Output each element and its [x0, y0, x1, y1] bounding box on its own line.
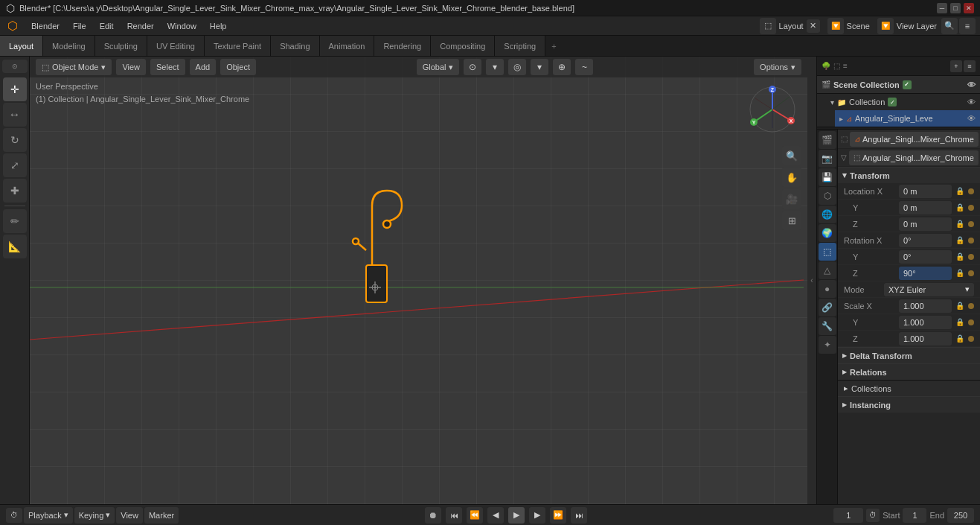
object-mode-button[interactable]: ⬚ Object Mode ▾ — [36, 59, 112, 75]
marker-menu-button[interactable]: Marker — [144, 507, 179, 524]
tool-transform[interactable]: ✚ — [3, 179, 27, 203]
scene-selector[interactable]: 🔽 — [827, 18, 844, 34]
object-name-field[interactable]: ⊿ Angular_Singl...Mixer_Chrome — [850, 132, 979, 147]
prop-tab-object[interactable]: ⬚ — [819, 243, 836, 261]
prop-tab-mesh[interactable]: △ — [819, 261, 836, 279]
tool-cursor[interactable]: ✛ — [3, 77, 27, 101]
camera-view-button[interactable]: 🎥 — [782, 189, 801, 209]
scale-z-lock[interactable]: 🔒 — [955, 334, 965, 344]
scene-eye-icon[interactable]: 👁 — [967, 80, 976, 89]
location-z-keyframe[interactable] — [968, 221, 974, 227]
add-menu-button[interactable]: Add — [190, 59, 217, 75]
new-collection-button[interactable]: + — [950, 60, 962, 72]
tool-annotate[interactable]: ✏ — [3, 209, 27, 233]
scale-z-field[interactable]: 1.000 — [899, 332, 952, 346]
rotation-x-lock[interactable]: 🔒 — [955, 235, 965, 246]
toolbar-mode-btn[interactable]: ⊙ — [2, 60, 28, 73]
object-row-active[interactable]: ▸ ⊿ Angular_Single_Leve 👁 — [835, 110, 980, 127]
collection-visibility-check[interactable]: ✓ — [888, 98, 897, 106]
scale-y-lock[interactable]: 🔒 — [955, 317, 965, 328]
prev-frame-button[interactable]: ⏪ — [467, 507, 483, 524]
rotation-y-field[interactable]: 0° — [899, 250, 952, 264]
prop-tab-modifiers[interactable]: 🔧 — [819, 317, 836, 335]
search-icon-top[interactable]: 🔍 — [941, 18, 958, 34]
rotation-y-keyframe[interactable] — [968, 254, 974, 260]
playback-menu-button[interactable]: Playback ▾ — [24, 507, 73, 524]
location-y-keyframe[interactable] — [968, 205, 974, 211]
prop-tab-scene[interactable]: 🎬 — [819, 131, 836, 149]
location-y-field[interactable]: 0 m — [899, 201, 952, 214]
next-keyframe-button[interactable]: ▶ — [529, 507, 545, 524]
transform-section-header[interactable]: ▾ Transform — [838, 167, 980, 183]
prop-tab-world[interactable]: 🌍 — [819, 224, 836, 242]
collection-eye-icon[interactable]: 👁 — [967, 98, 976, 106]
instancing-header[interactable]: ▸ Instancing — [838, 396, 980, 413]
next-frame-button[interactable]: ⏩ — [550, 507, 566, 524]
menu-blender[interactable]: Blender — [25, 18, 65, 34]
frame-timer-icon[interactable]: ⏱ — [866, 509, 880, 522]
record-button[interactable]: ⏺ — [425, 507, 441, 524]
scale-y-keyframe[interactable] — [968, 319, 974, 325]
collection-row[interactable]: ▾ 📁 Collection ✓ 👁 — [826, 94, 980, 110]
scene-visibility-check[interactable]: ✓ — [903, 80, 912, 89]
panel-collapse-button[interactable]: ‹ — [807, 57, 816, 504]
scale-x-field[interactable]: 1.000 — [899, 299, 952, 313]
viewport[interactable]: ⬚ Object Mode ▾ View Select Add Object G… — [30, 57, 807, 504]
view-menu-button[interactable]: View — [116, 59, 146, 75]
end-frame-field[interactable]: 250 — [947, 508, 974, 523]
start-frame-field[interactable]: 1 — [903, 508, 926, 523]
view-menu-bottom-button[interactable]: View — [116, 507, 143, 524]
rotation-mode-select[interactable]: XYZ Euler ▾ — [884, 283, 974, 296]
rotation-z-keyframe[interactable] — [968, 270, 974, 276]
rotation-z-field[interactable]: 90° — [899, 267, 952, 280]
minimize-button[interactable]: ─ — [937, 3, 947, 13]
prop-tab-constraints[interactable]: 🔗 — [819, 299, 836, 316]
tool-move[interactable]: ↔ — [3, 103, 27, 127]
object-menu-button[interactable]: Object — [220, 59, 256, 75]
current-frame-field[interactable]: 1 — [833, 508, 863, 523]
active-workspace-icon[interactable]: ⬚ — [760, 18, 776, 34]
location-z-lock[interactable]: 🔒 — [955, 219, 965, 229]
scale-x-keyframe[interactable] — [968, 303, 974, 309]
prop-tab-material[interactable]: ● — [819, 280, 836, 298]
view-layer-selector[interactable]: 🔽 — [877, 18, 894, 34]
tab-sculpting[interactable]: Sculpting — [95, 36, 147, 56]
tab-texture-paint[interactable]: Texture Paint — [205, 36, 271, 56]
prop-tab-view-layer[interactable]: ⬡ — [819, 187, 836, 205]
timeline-editor-icon[interactable]: ⏱ — [6, 508, 22, 523]
prop-tab-scene2[interactable]: 🌐 — [819, 206, 836, 223]
jump-start-button[interactable]: ⏮ — [446, 507, 462, 524]
tool-scale[interactable]: ⤢ — [3, 153, 27, 177]
snap-dropdown-button[interactable]: ▾ — [486, 59, 504, 75]
snap-toggle-button[interactable]: ⊙ — [464, 59, 481, 75]
object-eye-icon[interactable]: 👁 — [967, 114, 976, 123]
waveform-icon[interactable]: ~ — [575, 59, 593, 75]
rotation-x-keyframe[interactable] — [968, 238, 974, 244]
menu-file[interactable]: File — [67, 18, 92, 34]
keying-menu-button[interactable]: Keying ▾ — [74, 507, 115, 524]
location-y-lock[interactable]: 🔒 — [955, 203, 965, 213]
delta-transform-header[interactable]: ▸ Delta Transform — [838, 347, 980, 363]
tab-rendering[interactable]: Rendering — [374, 36, 431, 56]
rotation-y-lock[interactable]: 🔒 — [955, 252, 965, 262]
add-workspace-button[interactable]: + — [545, 36, 562, 56]
prop-tab-particles[interactable]: ✦ — [819, 336, 836, 354]
tab-modeling[interactable]: Modeling — [43, 36, 95, 56]
tab-layout[interactable]: Layout — [0, 36, 43, 56]
tab-compositing[interactable]: Compositing — [431, 36, 495, 56]
menu-window[interactable]: Window — [161, 18, 202, 34]
rotation-z-lock[interactable]: 🔒 — [955, 268, 965, 279]
tool-measure[interactable]: 📐 — [3, 235, 27, 258]
relations-header[interactable]: ▸ Relations — [838, 363, 980, 380]
zoom-tool-button[interactable]: 🔍 — [782, 146, 801, 165]
prop-tab-render[interactable]: 📷 — [819, 150, 836, 168]
pan-tool-button[interactable]: ✋ — [782, 168, 801, 187]
tab-scripting[interactable]: Scripting — [495, 36, 545, 56]
tab-shading[interactable]: Shading — [271, 36, 319, 56]
outliner-filter-button[interactable]: ≡ — [964, 60, 976, 72]
scale-y-field[interactable]: 1.000 — [899, 316, 952, 329]
transform-orientation-button[interactable]: Global ▾ — [417, 59, 460, 75]
menu-help[interactable]: Help — [204, 18, 233, 34]
filter-icon-top[interactable]: ≡ — [959, 18, 976, 34]
grid-view-button[interactable]: ⊞ — [782, 211, 801, 230]
